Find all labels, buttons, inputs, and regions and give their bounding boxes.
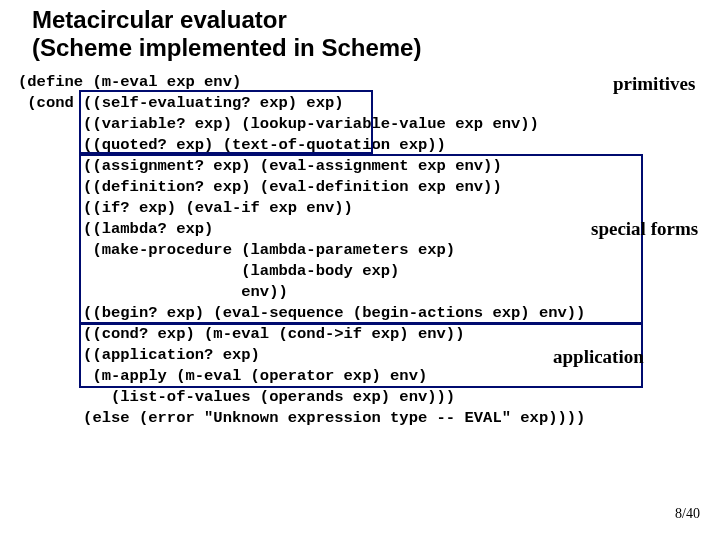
- label-application: application: [553, 346, 644, 368]
- label-special-forms: special forms: [591, 218, 698, 240]
- label-primitives: primitives: [613, 73, 695, 95]
- page-number: 8/40: [675, 506, 700, 522]
- slide-title: Metacircular evaluator (Scheme implement…: [32, 6, 421, 61]
- code-block: (define (m-eval exp env) (cond ((self-ev…: [18, 72, 585, 429]
